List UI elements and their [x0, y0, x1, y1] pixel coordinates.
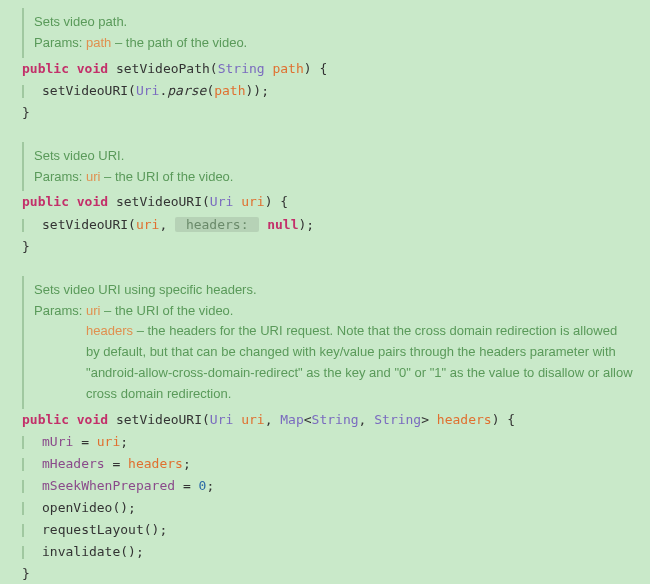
param-desc: – the headers for the URI request. Note … — [86, 323, 633, 400]
param-name: uri — [86, 303, 100, 318]
method-block-setVideoPath: Sets video path. Params: path – the path… — [0, 8, 650, 124]
code-body-line: mUri = uri; — [0, 431, 650, 453]
javadoc-params: Params: path – the path of the video. — [34, 33, 634, 54]
keyword-modifier: public void — [22, 194, 108, 209]
javadoc-summary: Sets video path. — [34, 12, 634, 33]
param-desc: – the path of the video. — [111, 35, 247, 50]
method-name: setVideoPath — [116, 61, 210, 76]
keyword-null: null — [267, 217, 298, 232]
param-name: headers — [86, 323, 133, 338]
javadoc: Sets video URI. Params: uri – the URI of… — [22, 142, 650, 192]
params-label: Params: — [34, 33, 82, 54]
code-close-brace: } — [0, 563, 650, 584]
method-block-setVideoURI-1: Sets video URI. Params: uri – the URI of… — [0, 142, 650, 258]
method-name: setVideoURI — [116, 194, 202, 209]
javadoc-summary: Sets video URI. — [34, 146, 634, 167]
code-close-brace: } — [0, 102, 650, 124]
javadoc-params: Params: uri – the URI of the video. head… — [34, 301, 634, 405]
code-signature: public void setVideoPath(String path) { — [0, 58, 650, 80]
type: Uri — [210, 194, 233, 209]
inline-hint: headers: — [175, 217, 259, 232]
param: uri — [241, 194, 264, 209]
code-signature: public void setVideoURI(Uri uri, Map<Str… — [0, 409, 650, 431]
param-name: uri — [86, 169, 100, 184]
param-name: path — [86, 35, 111, 50]
code-signature: public void setVideoURI(Uri uri) { — [0, 191, 650, 213]
params-label: Params: — [34, 301, 82, 322]
javadoc-summary: Sets video URI using specific headers. — [34, 280, 634, 301]
method-block-setVideoURI-2: Sets video URI using specific headers. P… — [0, 276, 650, 584]
code-body-line: invalidate(); — [0, 541, 650, 563]
code-body-line: mSeekWhenPrepared = 0; — [0, 475, 650, 497]
param-desc: – the URI of the video. — [100, 169, 233, 184]
code-close-brace: } — [0, 236, 650, 258]
javadoc: Sets video path. Params: path – the path… — [22, 8, 650, 58]
type: String — [218, 61, 265, 76]
params-label: Params: — [34, 167, 82, 188]
keyword-modifier: public void — [22, 412, 108, 427]
code-body-line: openVideo(); — [0, 497, 650, 519]
code-body-line: setVideoURI(Uri.parse(path)); — [0, 80, 650, 102]
method-name: setVideoURI — [116, 412, 202, 427]
code-body-line: mHeaders = headers; — [0, 453, 650, 475]
param-desc: – the URI of the video. — [100, 303, 233, 318]
javadoc-params: Params: uri – the URI of the video. — [34, 167, 634, 188]
keyword-modifier: public void — [22, 61, 108, 76]
code-body-line: setVideoURI(uri, headers: null); — [0, 214, 650, 236]
param: path — [272, 61, 303, 76]
javadoc: Sets video URI using specific headers. P… — [22, 276, 650, 409]
code-body-line: requestLayout(); — [0, 519, 650, 541]
